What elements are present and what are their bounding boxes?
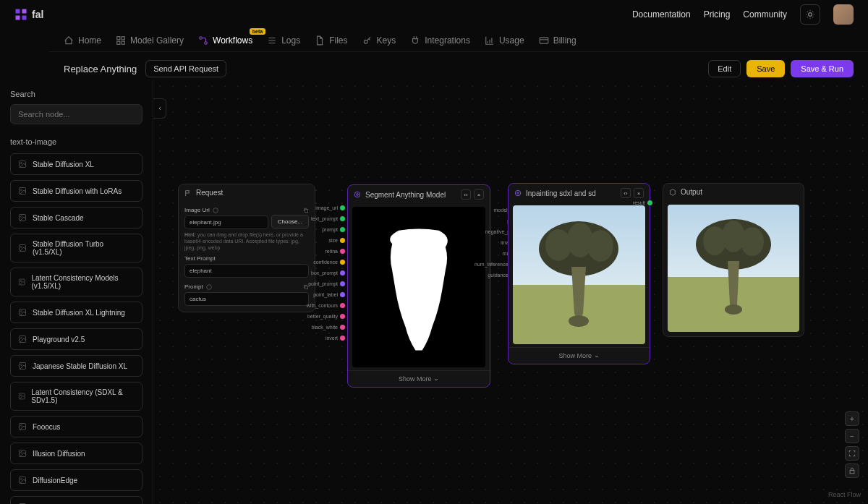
segmentation-preview: [352, 207, 485, 367]
nav-pricing[interactable]: Pricing: [704, 9, 731, 20]
nav-documentation[interactable]: Documentation: [632, 9, 691, 20]
output-port[interactable]: point_prompt: [307, 279, 345, 288]
node-collapse-button[interactable]: ‹›: [461, 189, 471, 200]
tab-integrations[interactable]: Integrations: [410, 31, 470, 50]
show-more-button[interactable]: Show More: [509, 347, 650, 364]
model-item[interactable]: Dreamshaper SDXL Lightning: [10, 496, 142, 504]
output-port[interactable]: with_contours: [307, 301, 345, 309]
image-icon: [18, 476, 27, 484]
info-icon: [206, 284, 212, 290]
output-port[interactable]: box_prompt: [307, 268, 345, 277]
key-icon: [362, 35, 373, 46]
svg-point-41: [213, 208, 218, 213]
sun-icon: [805, 9, 815, 20]
tab-logs[interactable]: Logs: [267, 31, 300, 50]
output-port[interactable]: better_quality: [307, 312, 345, 320]
upload-hint: Hint: you can drag and drop file(s) here…: [184, 231, 309, 251]
save-button[interactable]: Save: [746, 60, 785, 77]
node-title: Output: [681, 188, 702, 196]
tab-home[interactable]: Home: [64, 31, 101, 50]
output-port[interactable]: retina: [307, 247, 345, 255]
svg-point-56: [569, 315, 589, 327]
theme-toggle[interactable]: [800, 4, 820, 25]
svg-point-63: [725, 304, 742, 315]
zoom-in-button[interactable]: +: [845, 411, 859, 426]
model-item[interactable]: DiffusionEdge: [10, 469, 142, 491]
svg-point-20: [20, 247, 22, 248]
image-url-input[interactable]: [184, 215, 268, 229]
model-item[interactable]: Japanese Stable Diffusion XL: [10, 355, 142, 377]
reactflow-attribution: React Flow: [828, 491, 861, 498]
model-item[interactable]: Stable Diffusion with LoRAs: [10, 180, 142, 202]
svg-point-16: [21, 189, 22, 191]
node-segment-anything[interactable]: Segment Anything Model ‹› × Show More mo…: [347, 184, 490, 388]
output-port[interactable]: point_label: [307, 290, 345, 299]
node-title: Segment Anything Model: [365, 191, 446, 199]
svg-point-22: [20, 281, 22, 282]
chevron-down-icon: [594, 354, 600, 359]
user-avatar[interactable]: [833, 4, 854, 25]
output-port[interactable]: invert: [307, 333, 345, 342]
node-request[interactable]: Request Image Url Choose... Hint: you ca…: [178, 184, 315, 312]
svg-point-43: [206, 284, 211, 289]
tab-usage[interactable]: Usage: [485, 31, 524, 50]
brand-logo[interactable]: fal: [14, 8, 43, 21]
model-item[interactable]: Latent Consistency (SDXL & SDv1.5): [10, 382, 142, 411]
tab-billing[interactable]: Billing: [539, 31, 576, 50]
image-icon: [18, 308, 27, 317]
tab-workflows[interactable]: Workflowsbeta: [198, 31, 252, 50]
node-output[interactable]: Output: [663, 183, 804, 337]
svg-point-9: [200, 36, 203, 39]
svg-rect-1: [22, 9, 27, 14]
model-item[interactable]: Stable Diffusion Turbo (v1.5/XL): [10, 234, 142, 262]
plug-icon: [410, 35, 420, 46]
svg-point-14: [21, 163, 22, 164]
edit-button[interactable]: Edit: [708, 60, 741, 77]
output-port[interactable]: confidence: [307, 257, 345, 266]
show-more-button[interactable]: Show More: [348, 370, 490, 387]
model-item[interactable]: Playground v2.5: [10, 328, 142, 350]
output-port[interactable]: result: [633, 198, 652, 207]
output-port[interactable]: size: [307, 236, 345, 244]
image-icon: [18, 187, 27, 195]
svg-rect-3: [22, 16, 27, 20]
tab-files[interactable]: Files: [315, 31, 347, 50]
svg-point-55: [587, 230, 613, 262]
collapse-sidebar-button[interactable]: [153, 98, 166, 119]
node-close-button[interactable]: ×: [634, 188, 644, 198]
prompt-input[interactable]: [184, 292, 309, 306]
model-item[interactable]: Stable Cascade: [10, 207, 142, 228]
model-item[interactable]: Stable Diffusion XL Lightning: [10, 302, 142, 323]
node-close-button[interactable]: ×: [474, 189, 484, 200]
save-run-button[interactable]: Save & Run: [791, 60, 854, 77]
model-item[interactable]: Fooocus: [10, 416, 142, 437]
fit-view-button[interactable]: [845, 446, 859, 461]
node-title: Inpainting sdxl and sd: [526, 189, 596, 197]
model-item[interactable]: Stable Diffusion XL: [10, 153, 142, 175]
svg-point-30: [20, 395, 22, 396]
svg-point-24: [21, 311, 22, 312]
zoom-out-button[interactable]: −: [845, 429, 859, 443]
node-inpainting[interactable]: Inpainting sdxl and sd ‹› × Show More re…: [508, 183, 650, 364]
svg-point-45: [354, 192, 360, 197]
beta-badge: beta: [250, 28, 265, 35]
tab-keys[interactable]: Keys: [362, 31, 396, 50]
tab-model-gallery[interactable]: Model Gallery: [116, 31, 184, 50]
node-collapse-button[interactable]: ‹›: [621, 188, 631, 198]
svg-rect-7: [117, 41, 120, 44]
output-port[interactable]: prompt: [307, 225, 345, 234]
model-item[interactable]: Latent Consistency Models (v1.5/XL): [10, 268, 142, 296]
lock-button[interactable]: [845, 464, 859, 478]
lock-icon: [848, 467, 856, 474]
svg-point-36: [21, 479, 22, 480]
choose-file-button[interactable]: Choose...: [271, 215, 309, 228]
text-prompt-input[interactable]: [184, 264, 309, 278]
send-api-button[interactable]: Send API Request: [145, 60, 226, 77]
svg-rect-0: [16, 9, 20, 14]
model-item[interactable]: Illusion Diffusion: [10, 443, 142, 464]
nav-community[interactable]: Community: [743, 9, 787, 20]
search-input[interactable]: [10, 104, 142, 124]
output-port[interactable]: black_white: [307, 323, 345, 331]
output-port[interactable]: text_prompt: [307, 214, 345, 223]
output-port[interactable]: image_url: [307, 203, 345, 212]
